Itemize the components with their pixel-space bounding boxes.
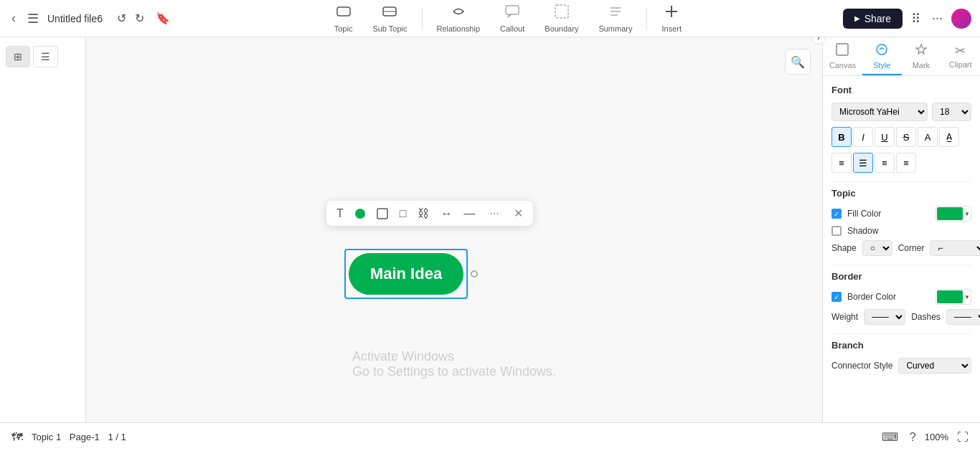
tab-canvas[interactable]: Canvas xyxy=(823,37,862,75)
tab-clipart[interactable]: ✂ Clipart xyxy=(941,37,980,75)
page-label: Page-1 xyxy=(70,432,100,442)
fill-color-checkbox[interactable] xyxy=(831,209,842,219)
svg-rect-11 xyxy=(837,44,848,55)
mindmap-view-button[interactable]: ⊞ xyxy=(6,46,30,67)
play-icon: ▶ xyxy=(854,14,860,22)
ft-close-button[interactable]: ✕ xyxy=(509,204,527,223)
border-color-checkbox[interactable] xyxy=(831,292,842,302)
branch-section: Branch Connector Style Curved Straight O… xyxy=(831,340,971,374)
left-sidebar: ⊞ ☰ xyxy=(0,37,86,422)
topic-icon xyxy=(336,4,352,23)
share-button[interactable]: ▶ Share xyxy=(843,9,903,29)
svg-point-12 xyxy=(877,44,887,54)
canvas-tab-icon xyxy=(836,43,849,60)
tool-subtopic[interactable]: Sub Topic xyxy=(364,1,415,36)
canvas-area[interactable]: 🔍 T □ ⛓ ↔ — ··· ✕ Main Idea xyxy=(86,37,822,422)
main-idea-container: Main Idea xyxy=(344,249,468,299)
page-numbers: 1 / 1 xyxy=(108,432,126,442)
ft-connector-button[interactable]: ↔ xyxy=(436,204,456,223)
help-button[interactable]: ? xyxy=(907,428,919,447)
main-idea-selection: Main Idea xyxy=(344,249,468,299)
toolbar-tools: Topic Sub Topic Relationship Callout Bo xyxy=(326,1,690,36)
tool-callout-label: Callout xyxy=(500,24,524,33)
font-size-select[interactable]: 18 xyxy=(932,103,971,121)
tab-style[interactable]: Style xyxy=(862,37,902,75)
align-right-button[interactable]: ≡ xyxy=(875,153,895,173)
grid-button[interactable]: ⠿ xyxy=(908,8,923,29)
callout-icon xyxy=(504,4,520,23)
keyboard-shortcut-button[interactable]: ⌨ xyxy=(879,427,901,447)
watermark: Activate WindowsGo to Settings to activa… xyxy=(352,349,556,379)
back-button[interactable]: ‹ xyxy=(9,8,19,29)
font-section: Font Microsoft YaHei 18 B I U S A A̲ xyxy=(831,85,971,173)
ft-more-button[interactable]: ··· xyxy=(485,204,503,223)
branch-section-title: Branch xyxy=(831,340,971,351)
tab-canvas-label: Canvas xyxy=(829,61,856,70)
ft-link-button[interactable]: ⛓ xyxy=(413,204,433,223)
bookmark-button[interactable]: 🔖 xyxy=(153,9,173,28)
tool-insert[interactable]: Insert xyxy=(653,1,690,36)
bottom-right: ⌨ ? 100% ⛶ xyxy=(879,427,971,447)
menu-button[interactable]: ☰ xyxy=(24,8,42,29)
map-view-button[interactable]: 🗺 xyxy=(9,428,26,447)
divider-3 xyxy=(831,333,971,334)
tool-separator-1 xyxy=(422,7,423,30)
redo-button[interactable]: ↻ xyxy=(132,9,147,28)
ft-minus-button[interactable]: — xyxy=(459,204,479,223)
shape-select[interactable]: ○ □ xyxy=(862,240,892,256)
topbar-left: ‹ ☰ Untitled file6 ↺ ↻ 🔖 xyxy=(9,8,173,29)
strikethrough-button[interactable]: S xyxy=(896,127,916,147)
border-color-swatch[interactable]: ▼ xyxy=(936,289,971,305)
tool-boundary[interactable]: Boundary xyxy=(536,1,587,36)
main-idea-text: Main Idea xyxy=(370,265,442,283)
corner-select[interactable]: ⌐ rounded xyxy=(930,240,980,256)
more-button[interactable]: ··· xyxy=(929,8,946,29)
ft-text-button[interactable]: T xyxy=(332,204,348,223)
format-row: B I U S A A̲ xyxy=(831,127,971,147)
canvas-search-button[interactable]: 🔍 xyxy=(785,49,811,75)
tool-callout[interactable]: Callout xyxy=(491,1,533,36)
border-section-title: Border xyxy=(831,271,971,282)
tab-name: Topic 1 xyxy=(32,432,61,442)
shadow-row: Shadow xyxy=(831,226,971,236)
fill-color-swatch[interactable]: ▼ xyxy=(936,206,971,222)
ft-color-dot xyxy=(355,209,365,219)
dashes-select[interactable]: —— - - ··· xyxy=(946,309,980,325)
bottom-bar: 🗺 Topic 1 Page-1 1 / 1 ⌨ ? 100% ⛶ xyxy=(0,422,980,451)
tab-clipart-label: Clipart xyxy=(949,60,972,69)
ft-shape-button[interactable] xyxy=(372,205,392,222)
tool-separator-2 xyxy=(646,7,647,30)
tool-subtopic-label: Sub Topic xyxy=(372,24,407,33)
right-panel: › Canvas Style Mark xyxy=(822,37,980,422)
undo-button[interactable]: ↺ xyxy=(114,9,129,28)
divider-1 xyxy=(831,181,971,182)
italic-button[interactable]: I xyxy=(853,127,873,147)
ft-color-button[interactable] xyxy=(351,206,369,222)
weight-select[interactable]: —— ─ ━ xyxy=(864,309,905,325)
highlight-button[interactable]: A̲ xyxy=(939,127,959,147)
align-justify-button[interactable]: ≡ xyxy=(896,153,916,173)
font-family-select[interactable]: Microsoft YaHei xyxy=(831,103,928,121)
outline-view-button[interactable]: ☰ xyxy=(33,46,58,67)
tool-relationship[interactable]: Relationship xyxy=(428,1,489,36)
shadow-checkbox[interactable] xyxy=(831,226,842,236)
tool-topic[interactable]: Topic xyxy=(326,1,362,36)
main-idea-node[interactable]: Main Idea xyxy=(349,253,463,295)
font-color-button[interactable]: A xyxy=(918,127,938,147)
tab-mark[interactable]: Mark xyxy=(902,37,941,75)
fullscreen-button[interactable]: ⛶ xyxy=(954,428,971,447)
user-avatar xyxy=(951,9,971,29)
style-tab-icon xyxy=(875,43,888,60)
fill-color-caret: ▼ xyxy=(964,211,970,217)
subtopic-icon xyxy=(382,4,397,23)
tool-summary[interactable]: Summary xyxy=(590,1,641,36)
align-center-button[interactable]: ☰ xyxy=(853,153,873,173)
bold-button[interactable]: B xyxy=(831,127,852,147)
align-left-button[interactable]: ≡ xyxy=(831,153,852,173)
connector-label: Connector Style xyxy=(831,361,892,371)
ft-frame-button[interactable]: □ xyxy=(395,204,411,223)
node-expand-handle[interactable] xyxy=(471,270,478,277)
tool-summary-label: Summary xyxy=(598,24,632,33)
underline-button[interactable]: U xyxy=(875,127,895,147)
connector-select[interactable]: Curved Straight Orthogonal xyxy=(898,358,971,374)
